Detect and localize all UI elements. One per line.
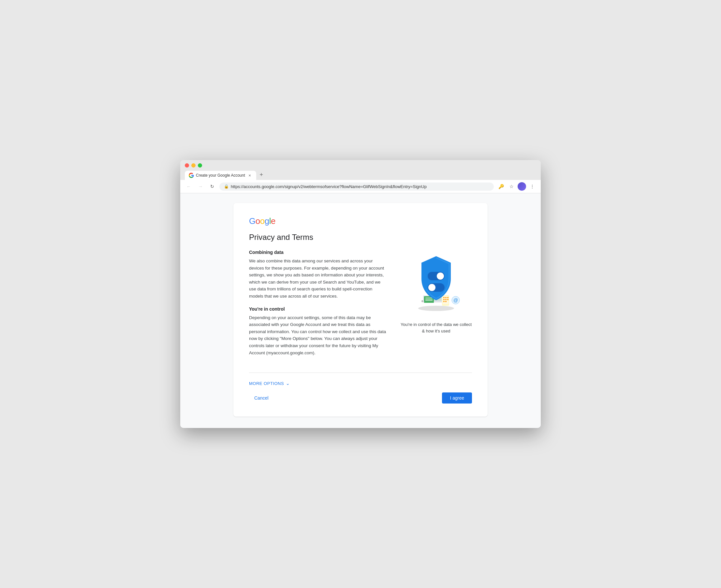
svg-point-21 <box>437 272 444 280</box>
logo-o1: o <box>256 216 260 226</box>
svg-point-14 <box>445 299 447 300</box>
tabs-row: Create your Google Account ✕ + <box>185 170 536 180</box>
section1-text: We also combine this data among our serv… <box>249 257 387 300</box>
reload-button[interactable]: ↻ <box>208 182 217 191</box>
tab-title: Create your Google Account <box>196 173 245 177</box>
buttons-row: Cancel I agree <box>249 393 472 403</box>
svg-point-10 <box>443 297 445 298</box>
profile-button[interactable] <box>517 182 526 191</box>
cancel-button[interactable]: Cancel <box>249 393 274 403</box>
profile-avatar <box>517 182 526 191</box>
traffic-lights <box>185 163 536 168</box>
svg-point-16 <box>443 301 445 302</box>
star-icon: ☆ <box>509 184 514 189</box>
more-options-button[interactable]: MORE OPTIONS ⌄ <box>249 381 290 386</box>
reload-icon: ↻ <box>210 184 214 189</box>
text-section: Combining data We also combine this data… <box>249 250 387 363</box>
tab-close-button[interactable]: ✕ <box>247 173 252 178</box>
more-icon: ⋮ <box>530 184 534 189</box>
nav-bar: ← → ↻ 🔒 https://accounts.google.com/sign… <box>180 180 541 193</box>
forward-button[interactable]: → <box>196 182 205 191</box>
minimize-button[interactable] <box>191 163 195 168</box>
title-bar: Create your Google Account ✕ + <box>180 160 541 180</box>
illustration-caption: You're in control of the data we collect… <box>400 321 472 334</box>
more-button[interactable]: ⋮ <box>528 182 537 191</box>
content-layout: Combining data We also combine this data… <box>249 250 472 363</box>
url-text: https://accounts.google.com/signup/v2/we… <box>231 184 489 189</box>
key-icon: 🔑 <box>499 184 504 189</box>
key-button[interactable]: 🔑 <box>496 182 506 191</box>
illustration: @ <box>404 250 469 316</box>
close-button[interactable] <box>185 163 189 168</box>
section1-title: Combining data <box>249 250 387 255</box>
page-content: Google Privacy and Terms Combining data … <box>180 193 541 428</box>
agree-button[interactable]: I agree <box>442 393 472 403</box>
tab-favicon <box>189 173 194 178</box>
nav-actions: 🔑 ☆ ⋮ <box>496 182 537 191</box>
new-tab-button[interactable]: + <box>257 170 266 179</box>
main-card: Google Privacy and Terms Combining data … <box>233 203 488 417</box>
svg-point-13 <box>443 299 445 300</box>
svg-point-17 <box>445 301 447 302</box>
back-icon: ← <box>187 184 191 189</box>
lock-icon: 🔒 <box>224 184 229 189</box>
logo-o2: o <box>260 216 265 226</box>
browser-window: Create your Google Account ✕ + ← → ↻ 🔒 h… <box>180 160 541 428</box>
active-tab[interactable]: Create your Google Account ✕ <box>185 171 256 180</box>
back-button[interactable]: ← <box>184 182 193 191</box>
actions-row: MORE OPTIONS ⌄ Cancel I agree <box>249 373 472 403</box>
section2-title: You're in control <box>249 307 387 312</box>
logo-G: G <box>249 216 256 226</box>
chevron-down-icon: ⌄ <box>286 381 290 386</box>
bookmark-button[interactable]: ☆ <box>507 182 516 191</box>
svg-point-23 <box>428 284 436 291</box>
svg-point-12 <box>447 297 448 298</box>
maximize-button[interactable] <box>198 163 202 168</box>
svg-point-11 <box>445 297 447 298</box>
more-options-label: MORE OPTIONS <box>249 381 284 386</box>
forward-icon: → <box>198 184 203 189</box>
logo-g: g <box>265 216 269 226</box>
address-bar[interactable]: 🔒 https://accounts.google.com/signup/v2/… <box>219 183 494 191</box>
logo-e: e <box>271 216 275 226</box>
shield-svg: @ <box>404 250 469 315</box>
page-title: Privacy and Terms <box>249 233 472 242</box>
svg-text:@: @ <box>453 298 458 303</box>
svg-point-15 <box>447 299 448 300</box>
right-section: @ <box>400 250 472 334</box>
more-options-row: MORE OPTIONS ⌄ <box>249 381 472 386</box>
google-logo: Google <box>249 216 472 226</box>
google-logo-text: Google <box>249 216 275 226</box>
svg-point-0 <box>418 306 454 311</box>
section2-text: Depending on your account settings, some… <box>249 314 387 357</box>
